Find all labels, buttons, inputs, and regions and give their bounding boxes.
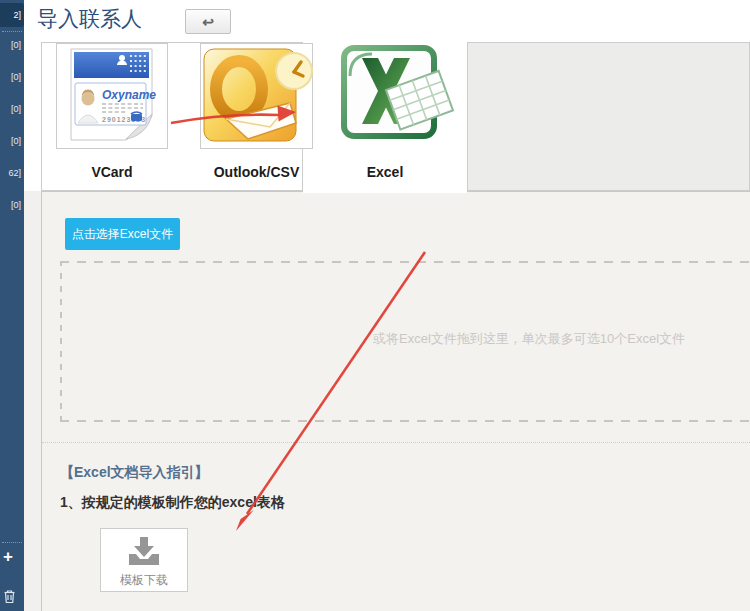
tab-label-outlook[interactable]: Outlook/CSV (200, 161, 313, 183)
sidebar-divider (2, 542, 22, 543)
section-divider (42, 442, 750, 443)
select-excel-file-button[interactable]: 点击选择Excel文件 (65, 218, 180, 250)
trash-icon[interactable] (3, 589, 16, 608)
download-icon (127, 536, 161, 566)
tab-label-excel[interactable]: Excel (303, 161, 467, 183)
guide-step-1: 1、按规定的模板制作您的excel表格 (60, 494, 285, 512)
back-button[interactable]: ↩ (185, 9, 231, 34)
sidebar-item[interactable]: [0] (0, 30, 24, 60)
left-gutter (24, 191, 41, 611)
guide-heading: 【Excel文档导入指引】 (60, 464, 209, 482)
outlook-icon (202, 45, 312, 145)
excel-icon (340, 44, 446, 142)
vcard-icon: Oxyname 290123123 (68, 46, 156, 144)
sidebar-item-selected[interactable]: 2] (0, 3, 24, 27)
sidebar-item[interactable]: [0] (0, 62, 24, 92)
tab-label-vcard[interactable]: VCard (56, 161, 168, 183)
sidebar-item[interactable]: 62] (0, 158, 24, 188)
back-icon: ↩ (202, 14, 214, 30)
template-download-label: 模板下载 (101, 572, 187, 589)
sidebar: 2] [0] [0] [0] [0] 62] [0] + (0, 0, 24, 611)
sidebar-item[interactable]: [0] (0, 94, 24, 124)
add-group-button[interactable]: + (3, 547, 13, 567)
template-download-button[interactable]: 模板下载 (100, 528, 188, 592)
tabbar-right-filler (467, 42, 750, 191)
page-title: 导入联系人 (37, 5, 142, 33)
sidebar-item[interactable]: [0] (0, 190, 24, 220)
dropzone-hint: 或将Excel文件拖到这里，单次最多可选10个Excel文件 (373, 330, 685, 348)
sidebar-item[interactable]: [0] (0, 126, 24, 156)
vcard-sample-name: Oxyname (102, 88, 156, 102)
